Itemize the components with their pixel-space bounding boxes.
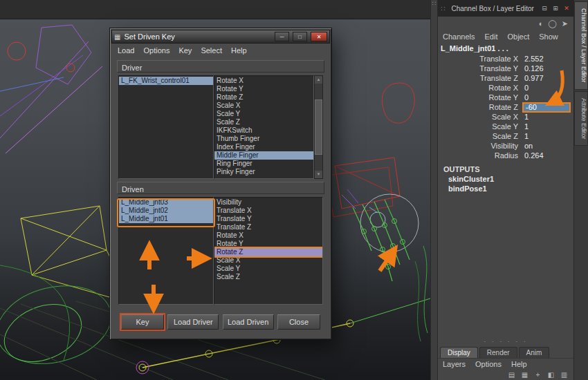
close-window-button[interactable]: ✕ (311, 32, 327, 41)
output-node[interactable]: skinCluster1 (438, 174, 573, 184)
driver-attribute-item[interactable]: Ring Finger (214, 160, 313, 168)
panel-dock-icon[interactable]: ⊟ (540, 5, 549, 12)
maximize-button[interactable]: □ (293, 32, 307, 41)
driven-object-item[interactable]: L_Middle_jnt03 (119, 198, 213, 207)
driven-attribute-item[interactable]: Rotate Y (214, 240, 322, 248)
channel-value[interactable]: 0 (522, 93, 571, 102)
layer-editor-tab[interactable]: Render (479, 347, 517, 358)
dialog-menu-item[interactable]: Options (143, 46, 169, 55)
channel-name[interactable]: Scale Z (438, 132, 522, 140)
dialog-menu-item[interactable]: Key (178, 46, 192, 55)
driven-attribute-item[interactable]: Rotate X (214, 231, 322, 240)
driver-attribute-item[interactable]: Pinky Finger (214, 168, 313, 176)
driven-attribute-item[interactable]: Rotate Z (214, 248, 322, 256)
layer-editor-splitter[interactable]: · · · · · · (438, 339, 573, 345)
load-driven-button[interactable]: Load Driven (223, 314, 274, 330)
layer-tool-icon[interactable]: ▥ (560, 371, 569, 379)
driven-attribute-item[interactable]: Scale X (214, 256, 322, 265)
driven-attribute-item[interactable]: Translate Z (214, 223, 322, 231)
driver-attribute-item[interactable]: Rotate Z (214, 93, 313, 102)
driven-object-item[interactable]: L_Middle_jnt02 (119, 207, 213, 215)
driven-attribute-item[interactable]: Translate Y (214, 215, 322, 223)
selected-object-name[interactable]: L_Middle_jnt01 . . . (438, 43, 573, 54)
output-node[interactable]: bindPose1 (438, 184, 573, 193)
channel-value[interactable]: 0.264 (522, 151, 571, 160)
dialog-menu-item[interactable]: Select (201, 46, 222, 55)
channelbox-menu-item[interactable]: Object (507, 32, 529, 41)
layer-tool-icon[interactable]: ▤ (507, 371, 516, 379)
close-button[interactable]: Close (277, 314, 320, 330)
channel-name[interactable]: Radius (438, 151, 522, 160)
channel-value[interactable]: 2.552 (522, 54, 571, 64)
channel-value[interactable]: 1 (522, 131, 571, 141)
driven-attribute-item[interactable]: Translate X (214, 207, 322, 215)
outputs-section: OUTPUTS skinCluster1bindPose1 (438, 164, 573, 193)
layer-tool-icon[interactable]: + (533, 371, 542, 379)
scroll-thumb[interactable] (315, 99, 322, 155)
channel-name[interactable]: Scale Y (438, 122, 522, 131)
channel-name[interactable]: Rotate Y (438, 93, 522, 102)
driver-attribute-item[interactable]: Thumb Finger (214, 135, 313, 143)
channel-value[interactable]: 0.977 (522, 73, 571, 83)
layer-tool-icon[interactable]: ◧ (546, 371, 555, 379)
channel-value[interactable]: 0 (522, 83, 571, 93)
channel-value[interactable]: on (522, 141, 571, 151)
driver-attribute-item[interactable]: Rotate Y (214, 85, 313, 93)
side-tab-channel-box[interactable]: Channel Box / Layer Editor (574, 1, 588, 90)
channel-name[interactable]: Translate Y (438, 64, 522, 73)
layer-editor-menu-item[interactable]: Options (475, 360, 502, 368)
channel-value[interactable]: 1 (522, 122, 571, 131)
driver-attribute-item[interactable]: Scale X (214, 102, 313, 110)
driver-attribute-item[interactable]: IKFKSwitch (214, 126, 313, 135)
scroll-track[interactable] (315, 84, 322, 171)
layer-tool-icon[interactable]: ▦ (520, 371, 529, 379)
channel-box-menu: ChannelsEditObjectShow (438, 30, 573, 43)
scroll-down-icon[interactable]: ▼ (315, 171, 322, 178)
manip-pointer-icon[interactable]: ➤ (562, 19, 568, 28)
channelbox-menu-item[interactable]: Edit (484, 32, 497, 41)
layer-editor-menu-item[interactable]: Help (511, 360, 527, 368)
driver-frame: Driver (117, 60, 324, 73)
driver-scrollbar[interactable]: ▲ ▼ (314, 75, 323, 179)
channel-value[interactable]: 1 (522, 112, 571, 122)
channel-value[interactable]: -60 (522, 102, 571, 113)
layer-editor-menu-item[interactable]: Layers (443, 360, 466, 368)
dialog-menu-item[interactable]: Load (118, 46, 134, 55)
manip-contrast-icon[interactable]: ◐ (539, 19, 544, 28)
layer-editor-menu: LayersOptionsHelp (438, 358, 573, 369)
scroll-up-icon[interactable]: ▲ (315, 76, 322, 84)
panel-grip-icon[interactable]: ∷ (441, 5, 445, 12)
driver-object-item[interactable]: L_FK_Wrist_control01 (119, 77, 213, 85)
dialog-menu-item[interactable]: Help (231, 46, 247, 55)
panel-splitter[interactable]: ∷ (430, 0, 437, 380)
channel-name[interactable]: Visibility (438, 142, 522, 150)
key-button[interactable]: Key (121, 314, 164, 330)
driven-attribute-item[interactable]: Scale Z (214, 273, 322, 281)
load-driver-button[interactable]: Load Driver (167, 314, 219, 330)
driver-attribute-item[interactable]: Middle Finger (214, 151, 313, 160)
driven-object-item[interactable]: L_Middle_jnt01 (119, 215, 213, 223)
minimize-button[interactable]: ─ (275, 32, 289, 41)
driven-attribute-item[interactable]: Visibility (214, 198, 322, 207)
driver-attribute-item[interactable]: Index Finger (214, 143, 313, 151)
channel-name[interactable]: Translate Z (438, 74, 522, 82)
channel-box-panel: ∷ Channel Box / Layer Editor ⊟ ⊞ ✕ ◐ ◯ ➤… (437, 0, 573, 380)
dialog-titlebar[interactable]: ▦ Set Driven Key ─ □ ✕ (111, 30, 330, 44)
manip-circle-icon[interactable]: ◯ (548, 19, 556, 28)
layer-editor-tab[interactable]: Display (440, 347, 478, 358)
channel-name[interactable]: Rotate X (438, 84, 522, 92)
channel-name[interactable]: Rotate Z (438, 103, 522, 111)
side-tab-attribute-editor[interactable]: Attribute Editor (574, 91, 588, 146)
channel-name[interactable]: Translate X (438, 55, 522, 63)
channel-value[interactable]: 0.126 (522, 64, 571, 73)
panel-close-icon[interactable]: ✕ (562, 5, 571, 12)
driven-attribute-item[interactable]: Scale Y (214, 265, 322, 273)
driver-attribute-item[interactable]: Scale Y (214, 110, 313, 118)
channelbox-menu-item[interactable]: Channels (443, 32, 475, 41)
layer-editor-tab[interactable]: Anim (519, 347, 550, 358)
channel-name[interactable]: Scale X (438, 113, 522, 121)
panel-float-icon[interactable]: ⊞ (551, 5, 560, 12)
driver-attribute-item[interactable]: Rotate X (214, 77, 313, 85)
channelbox-menu-item[interactable]: Show (539, 32, 558, 41)
driver-attribute-item[interactable]: Scale Z (214, 118, 313, 126)
